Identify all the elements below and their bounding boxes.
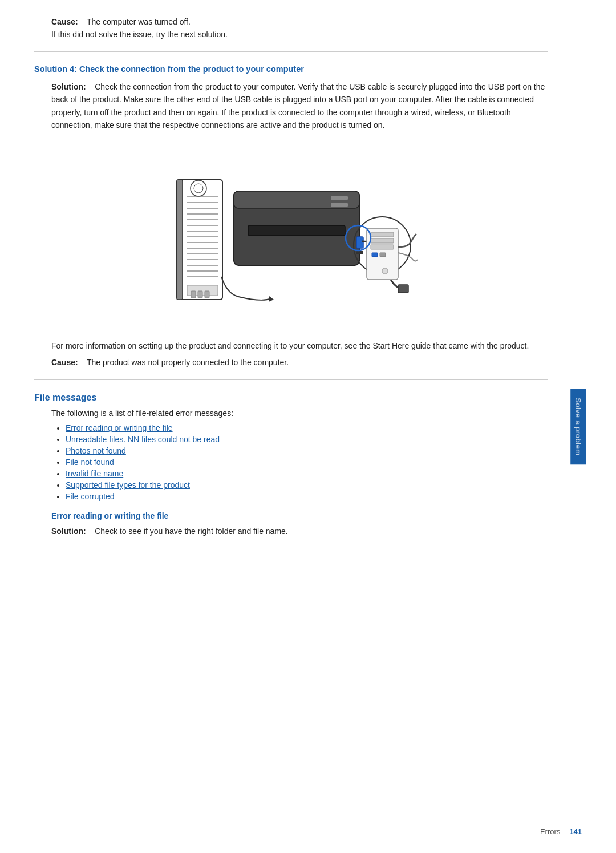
svg-rect-20 bbox=[191, 291, 196, 298]
list-item: File corrupted bbox=[66, 492, 548, 501]
printer-body bbox=[234, 191, 363, 265]
file-message-link[interactable]: File not found bbox=[66, 458, 114, 467]
svg-rect-27 bbox=[331, 203, 348, 207]
list-item: Invalid file name bbox=[66, 469, 548, 478]
file-message-link[interactable]: Unreadable files. NN files could not be … bbox=[66, 435, 220, 444]
error-reading-solution-label: Solution: bbox=[51, 527, 86, 536]
cause-label-top: Cause: bbox=[51, 17, 78, 26]
file-message-link[interactable]: File corrupted bbox=[66, 492, 115, 501]
list-item: Unreadable files. NN files could not be … bbox=[66, 435, 548, 444]
cause2-label: Cause: bbox=[51, 358, 78, 367]
error-reading-solution-text: Check to see if you have the right folde… bbox=[95, 527, 288, 536]
list-item: Supported file types for the product bbox=[66, 480, 548, 490]
svg-rect-37 bbox=[380, 253, 386, 257]
svg-rect-26 bbox=[331, 196, 348, 200]
file-message-link[interactable]: Invalid file name bbox=[66, 469, 123, 478]
footer-page: 141 bbox=[569, 827, 582, 836]
svg-rect-21 bbox=[198, 291, 202, 298]
printer-illustration bbox=[34, 145, 548, 322]
svg-rect-35 bbox=[371, 245, 394, 249]
solution4-heading: Solution 4: Check the connection from th… bbox=[34, 64, 548, 74]
if-text-top: If this did not solve the issue, try the… bbox=[51, 30, 228, 39]
svg-rect-1 bbox=[177, 180, 183, 300]
book-illustration bbox=[177, 180, 222, 300]
divider-2 bbox=[34, 379, 548, 380]
file-messages-section: File messages The following is a list of… bbox=[34, 393, 548, 537]
error-reading-heading: Error reading or writing the file bbox=[51, 511, 548, 520]
cause-text-top: The computer was turned off. bbox=[87, 17, 191, 26]
footer-label: Errors bbox=[540, 827, 560, 836]
svg-rect-22 bbox=[205, 291, 209, 298]
list-item: Photos not found bbox=[66, 446, 548, 455]
svg-rect-29 bbox=[356, 251, 363, 254]
list-item: File not found bbox=[66, 458, 548, 467]
solution4-text: Check the connection from the product to… bbox=[51, 82, 545, 130]
svg-rect-36 bbox=[372, 253, 378, 257]
for-more-info-text: For more information on setting up the p… bbox=[51, 341, 529, 350]
printer-diagram bbox=[160, 145, 422, 322]
file-messages-intro: The following is a list of file-related … bbox=[51, 409, 548, 418]
file-message-link[interactable]: Error reading or writing the file bbox=[66, 423, 173, 432]
svg-rect-25 bbox=[248, 225, 345, 236]
solution4-label: Solution: bbox=[51, 82, 86, 91]
svg-rect-33 bbox=[371, 232, 394, 237]
file-messages-list: Error reading or writing the fileUnreada… bbox=[66, 423, 548, 501]
svg-point-38 bbox=[382, 268, 388, 274]
solution4-body: Solution: Check the connection from the … bbox=[51, 80, 548, 132]
svg-rect-34 bbox=[371, 238, 394, 243]
cause-block-top: Cause: The computer was turned off. If t… bbox=[34, 17, 548, 39]
file-message-link[interactable]: Supported file types for the product bbox=[66, 480, 190, 490]
svg-rect-28 bbox=[356, 237, 363, 248]
error-reading-solution: Solution: Check to see if you have the r… bbox=[51, 525, 548, 537]
side-tab: Solve a problem bbox=[570, 389, 586, 464]
for-more-info: For more information on setting up the p… bbox=[51, 339, 548, 352]
list-item: Error reading or writing the file bbox=[66, 423, 548, 432]
svg-rect-30 bbox=[398, 285, 408, 293]
cause2-text: The product was not properly connected t… bbox=[87, 358, 289, 367]
svg-rect-0 bbox=[177, 180, 222, 300]
solution4-section: Solution 4: Check the connection from th… bbox=[34, 64, 548, 367]
svg-marker-40 bbox=[269, 296, 274, 302]
file-message-link[interactable]: Photos not found bbox=[66, 446, 126, 455]
divider-1 bbox=[34, 51, 548, 52]
footer-bar: Errors 141 bbox=[540, 827, 582, 836]
file-messages-heading: File messages bbox=[34, 393, 548, 403]
